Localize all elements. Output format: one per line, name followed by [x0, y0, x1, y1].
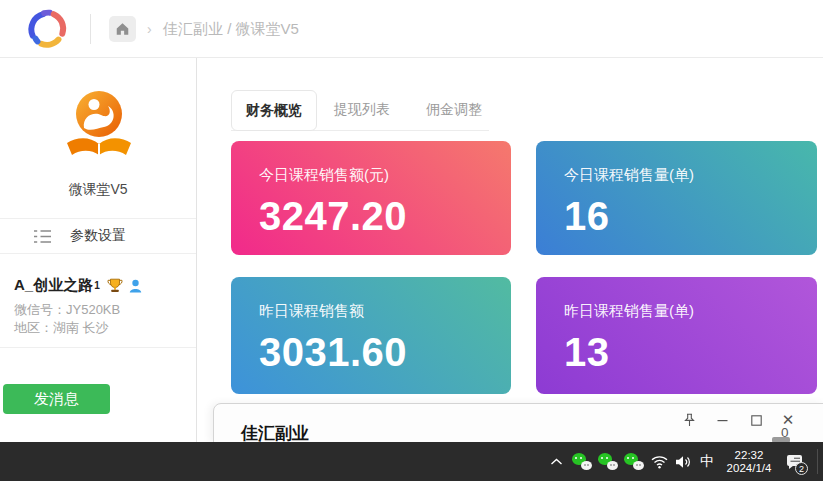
notification-badge: 2 [795, 462, 808, 475]
list-icon [33, 229, 52, 244]
wifi-icon[interactable] [647, 442, 671, 481]
sidebar-item-label: 参数设置 [70, 227, 126, 245]
card-yesterday-sales-count: 昨日课程销售量(单) 13 [536, 277, 817, 394]
card-today-sales-amount: 今日课程销售额(元) 3247.20 [231, 141, 511, 255]
card-yesterday-sales-amount: 昨日课程销售额 3031.60 [231, 277, 511, 394]
card-value: 3031.60 [259, 330, 511, 375]
card-today-sales-count: 今日课程销售量(单) 16 [536, 141, 817, 255]
app-logo-swirl-icon [24, 7, 70, 51]
profile-divider [0, 347, 196, 348]
breadcrumb-chevron-icon: › [147, 0, 152, 58]
tab-finance-overview[interactable]: 财务概览 [231, 90, 317, 131]
show-desktop-divider[interactable] [817, 449, 818, 474]
app-header: › 佳汇副业 / 微课堂V5 [0, 0, 823, 58]
card-label: 今日课程销售量(单) [564, 166, 817, 185]
home-button[interactable] [109, 16, 136, 42]
taskbar-date: 2024/1/4 [727, 462, 772, 475]
profile-region: 地区：湖南 长沙 [14, 319, 109, 337]
header-divider [90, 14, 91, 44]
pin-button[interactable] [678, 409, 700, 431]
card-value: 13 [564, 330, 817, 375]
minimize-icon [717, 415, 728, 426]
profile-name: A_创业之路1 [14, 276, 142, 295]
send-message-button[interactable]: 发消息 [3, 384, 110, 414]
org-logo-icon [64, 88, 134, 166]
ime-indicator[interactable]: 中 [695, 442, 719, 481]
sidebar: 微课堂V5 参数设置 A_创业之路1 [0, 58, 197, 442]
card-label: 昨日课程销售额 [259, 302, 511, 321]
breadcrumb[interactable]: 佳汇副业 / 微课堂V5 [163, 0, 299, 58]
tab-bar: 财务概览 提现列表 佣金调整 [231, 89, 489, 131]
home-icon [115, 22, 130, 36]
sidebar-item-settings[interactable]: 参数设置 [0, 218, 196, 254]
profile-name-suffix: 1 [94, 280, 100, 291]
notification-center-button[interactable]: 2 [779, 442, 809, 481]
sidebar-app-name: 微课堂V5 [0, 181, 196, 199]
tray-wechat-icon-1[interactable] [569, 442, 595, 481]
card-label: 昨日课程销售量(单) [564, 302, 817, 321]
system-tray: 中 22:32 2024/1/4 2 [543, 442, 823, 481]
volume-icon[interactable] [671, 442, 695, 481]
tray-wechat-icon-3[interactable] [621, 442, 647, 481]
card-value: 16 [564, 194, 817, 239]
windows-taskbar: 中 22:32 2024/1/4 2 [0, 442, 823, 481]
stat-cards: 今日课程销售额(元) 3247.20 今日课程销售量(单) 16 昨日课程销售额… [231, 141, 817, 394]
card-label: 今日课程销售额(元) [259, 166, 511, 185]
taskbar-clock[interactable]: 22:32 2024/1/4 [719, 442, 779, 481]
profile-nickname: A_创业之路 [14, 276, 93, 295]
card-value: 3247.20 [259, 194, 511, 239]
tray-chevron-up-icon[interactable] [543, 442, 569, 481]
minimize-button[interactable] [711, 409, 733, 431]
taskbar-time: 22:32 [727, 449, 772, 462]
tray-wechat-icon-2[interactable] [595, 442, 621, 481]
maximize-button[interactable] [745, 409, 767, 431]
tab-withdrawal-list[interactable]: 提现列表 [334, 89, 390, 130]
main-content: 财务概览 提现列表 佣金调整 今日课程销售额(元) 3247.20 今日课程销售… [198, 58, 823, 442]
profile-wechat-id: 微信号：JY520KB [14, 301, 120, 319]
trophy-icon [107, 278, 123, 293]
tab-commission-adjust[interactable]: 佣金调整 [426, 89, 482, 130]
user-icon [129, 279, 142, 293]
pin-icon [683, 413, 696, 427]
maximize-icon [751, 415, 762, 426]
screen: › 佳汇副业 / 微课堂V5 微课堂V5 [0, 0, 823, 481]
popup-window: 佳汇副业 ✕ 0 [213, 403, 823, 443]
